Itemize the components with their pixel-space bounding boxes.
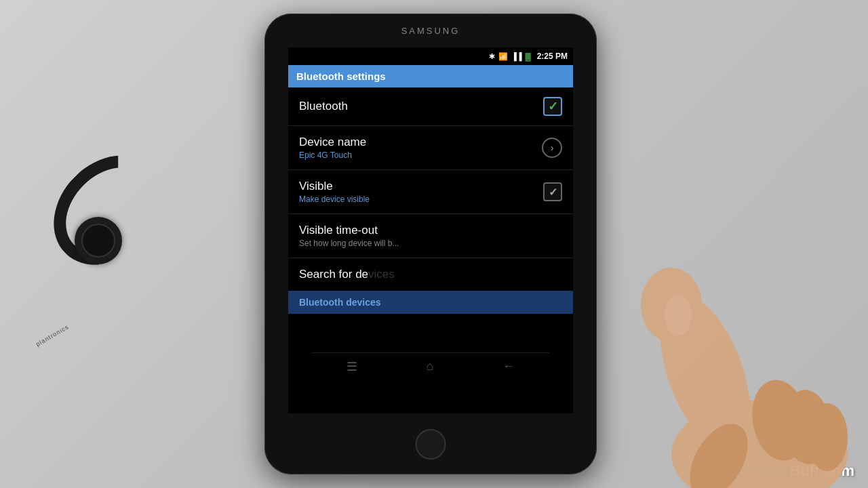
visible-timeout-sublabel: Set how long device will b... xyxy=(299,239,562,248)
visible-checkbox[interactable] xyxy=(543,182,562,201)
headset-arc xyxy=(32,134,185,287)
phone-screen: ✱ 📶 ▐▐ ▓ 2:25 PM Bluetooth settings Blue… xyxy=(288,47,573,413)
visible-sublabel: Make device visible xyxy=(299,195,543,204)
visible-label: Visible xyxy=(299,180,543,193)
svg-point-5 xyxy=(807,403,848,471)
visible-timeout-label: Visible time-out xyxy=(299,224,562,237)
bluetooth-devices-section: Bluetooth devices xyxy=(288,291,573,314)
page-header: Bluetooth settings xyxy=(288,65,573,87)
menu-nav-icon[interactable]: ☰ xyxy=(347,359,357,374)
search-devices-text: Search for devices xyxy=(299,268,562,281)
svg-point-7 xyxy=(665,295,692,336)
signal-status-icon: ▐▐ xyxy=(511,52,522,60)
visible-timeout-item[interactable]: Visible time-out Set how long device wil… xyxy=(288,214,573,258)
search-devices-label: Search for devices xyxy=(299,268,562,281)
home-nav-icon[interactable]: ⌂ xyxy=(427,359,434,373)
wifi-status-icon: 📶 xyxy=(498,52,508,61)
headset-device: plantronics xyxy=(20,122,210,339)
bottom-nav-bar: ☰ ⌂ ← xyxy=(312,352,549,380)
visible-setting-item[interactable]: Visible Make device visible xyxy=(288,170,573,214)
headset-ear-inner xyxy=(81,224,115,258)
bluetooth-devices-label: Bluetooth devices xyxy=(299,297,381,308)
back-nav-icon[interactable]: ← xyxy=(502,359,515,373)
home-button[interactable] xyxy=(416,429,446,460)
bluetooth-status-icon: ✱ xyxy=(489,52,495,61)
phone-body: SAMSUNG ✱ 📶 ▐▐ ▓ 2:25 PM Bluetooth setti… xyxy=(264,14,597,474)
phone-device: SAMSUNG ✱ 📶 ▐▐ ▓ 2:25 PM Bluetooth setti… xyxy=(264,14,597,474)
device-name-item[interactable]: Device name Epic 4G Touch › xyxy=(288,126,573,170)
bluetooth-setting-item[interactable]: Bluetooth xyxy=(288,87,573,126)
bluetooth-label-container: Bluetooth xyxy=(299,100,543,113)
visible-timeout-text: Visible time-out Set how long device wil… xyxy=(299,224,562,248)
visible-text: Visible Make device visible xyxy=(299,180,543,204)
hand-overlay xyxy=(583,169,868,488)
battery-status-icon: ▓ xyxy=(526,52,531,60)
device-name-label: Device name xyxy=(299,136,542,149)
page-title: Bluetooth settings xyxy=(296,70,386,82)
status-time: 2:25 PM xyxy=(537,52,568,61)
search-devices-item[interactable]: Search for devices xyxy=(288,258,573,291)
samsung-logo: SAMSUNG xyxy=(401,26,460,36)
device-name-text: Device name Epic 4G Touch xyxy=(299,136,542,160)
device-name-arrow[interactable]: › xyxy=(542,138,562,158)
headset-ear xyxy=(75,217,122,264)
bluetooth-label: Bluetooth xyxy=(299,100,543,113)
bluetooth-checkbox[interactable] xyxy=(543,97,562,116)
device-name-sublabel: Epic 4G Touch xyxy=(299,150,542,160)
